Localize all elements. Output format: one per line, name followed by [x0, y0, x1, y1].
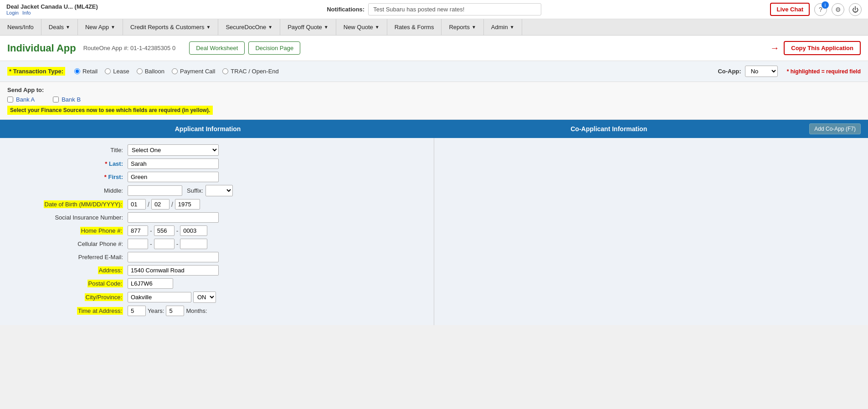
home-phone-row: Home Phone #: - - — [9, 225, 425, 236]
dob-label: Date of Birth (MM/DD/YYYY): — [9, 201, 128, 208]
page-header: Individual App RouteOne App #: 01-1-4238… — [0, 36, 868, 61]
nav-new-app[interactable]: New App ▼ — [78, 19, 123, 35]
bank-a-label: Bank A — [16, 96, 35, 103]
reports-dropdown-arrow: ▼ — [472, 25, 476, 30]
live-chat-button[interactable]: Live Chat — [770, 3, 810, 16]
months-label: Months: — [186, 307, 207, 314]
dob-sep1: / — [148, 201, 149, 208]
email-input[interactable] — [128, 252, 219, 262]
sin-input[interactable] — [128, 212, 219, 223]
sin-label: Social Insurance Number: — [9, 214, 128, 221]
postal-code-input[interactable] — [128, 278, 173, 289]
email-row: Preferred E-Mail: — [9, 252, 425, 262]
notifications-input[interactable] — [368, 3, 541, 15]
home-phone-1[interactable] — [128, 225, 148, 236]
top-bar-branding: Deal Jacket Canada U... (ML4ZE) Login In… — [6, 3, 98, 15]
transaction-trac[interactable]: TRAC / Open-End — [222, 68, 279, 75]
time-months-input[interactable] — [166, 306, 184, 316]
login-link[interactable]: Login — [6, 10, 19, 15]
address-input[interactable] — [128, 265, 219, 276]
nav-deals[interactable]: Deals ▼ — [41, 19, 78, 35]
first-name-row: * First: — [9, 172, 425, 182]
dob-sep2: / — [171, 201, 173, 208]
suffix-select[interactable]: Jr. Sr. II III — [205, 185, 233, 196]
cell-phone-sep2: - — [176, 240, 179, 248]
nav-admin[interactable]: Admin ▼ — [484, 19, 522, 35]
header-buttons: Deal Worksheet Decision Page — [189, 41, 300, 55]
time-at-address-row: Time at Address: Years: Months: — [9, 306, 425, 316]
top-bar-right: Live Chat ? i ⚙ ⏻ — [770, 3, 862, 16]
applicant-section-header: Applicant Information Co-Applicant Infor… — [0, 120, 868, 138]
transaction-type-label: * Transaction Type: — [7, 67, 65, 76]
cell-phone-3[interactable] — [180, 239, 207, 249]
copy-arrow-icon: → — [770, 43, 779, 53]
dob-month-input[interactable] — [128, 199, 146, 210]
send-app-options: Bank A Bank B — [7, 96, 861, 103]
cell-phone-1[interactable] — [128, 239, 148, 249]
app-title: Deal Jacket Canada U... (ML4ZE) — [6, 3, 98, 10]
transaction-retail[interactable]: Retail — [74, 68, 98, 75]
notifications-area: Notifications: — [98, 3, 770, 15]
bank-b-checkbox[interactable] — [53, 97, 59, 102]
title-select[interactable]: Select One Mr. Mrs. Ms. Dr. — [128, 144, 219, 156]
province-select[interactable]: ON AB BC MB NB NL NS NT NU PE QC SK YT — [193, 291, 216, 303]
nav-rates-forms[interactable]: Rates & Forms — [387, 19, 442, 35]
postal-code-label: Postal Code: — [9, 280, 128, 287]
new-quote-dropdown-arrow: ▼ — [375, 25, 380, 30]
suffix-label: Suffix: — [187, 187, 203, 194]
required-field-note: * highlighted = required field — [787, 68, 861, 75]
home-phone-group: - - — [128, 225, 207, 236]
co-app-area: Co-App: No Yes — [718, 66, 777, 77]
title-row: Title: Select One Mr. Mrs. Ms. Dr. — [9, 144, 425, 156]
last-name-input[interactable] — [128, 158, 219, 169]
home-phone-3[interactable] — [180, 225, 207, 236]
nav-reports[interactable]: Reports ▼ — [442, 19, 483, 35]
cell-phone-group: - - — [128, 239, 207, 249]
add-co-app-button[interactable]: Add Co-App (F7) — [809, 123, 861, 134]
last-name-row: * Last: — [9, 158, 425, 169]
sin-row: Social Insurance Number: — [9, 212, 425, 223]
city-input[interactable] — [128, 292, 191, 302]
co-app-select[interactable]: No Yes — [745, 66, 778, 77]
transaction-lease[interactable]: Lease — [105, 68, 129, 75]
dob-year-input[interactable] — [175, 199, 200, 210]
co-applicant-section-title: Co-Applicant Information — [570, 125, 647, 133]
co-applicant-column — [434, 138, 868, 325]
co-app-label: Co-App: — [718, 68, 741, 75]
info-link[interactable]: Info — [22, 10, 31, 15]
years-label: Years: — [148, 307, 164, 314]
nav-securedocone[interactable]: SecureDocOne ▼ — [218, 19, 280, 35]
first-name-input[interactable] — [128, 172, 219, 182]
page-title: Individual App — [7, 42, 76, 54]
transaction-payment-call[interactable]: Payment Call — [172, 68, 215, 75]
nav-new-quote[interactable]: New Quote ▼ — [336, 19, 387, 35]
deal-worksheet-button[interactable]: Deal Worksheet — [189, 41, 245, 55]
power-icon[interactable]: ⏻ — [849, 3, 862, 16]
cell-phone-label: Cellular Phone #: — [9, 240, 128, 247]
dob-day-input[interactable] — [151, 199, 169, 210]
address-row: Address: — [9, 265, 425, 276]
send-app-section: Send App to: Bank A Bank B Select your F… — [0, 82, 868, 120]
cell-phone-2[interactable] — [154, 239, 175, 249]
decision-page-button[interactable]: Decision Page — [248, 41, 300, 55]
home-phone-2[interactable] — [154, 225, 175, 236]
app-number: RouteOne App #: 01-1-42385305 0 — [83, 45, 175, 51]
bank-b-option[interactable]: Bank B — [53, 96, 81, 103]
settings-icon[interactable]: ⚙ — [832, 3, 844, 16]
bank-a-option[interactable]: Bank A — [7, 96, 35, 103]
title-label: Title: — [9, 147, 128, 153]
middle-input[interactable] — [128, 185, 182, 196]
time-years-input[interactable] — [128, 306, 146, 316]
send-app-title: Send App to: — [7, 87, 861, 93]
bank-a-checkbox[interactable] — [7, 97, 13, 102]
help-icon-wrap: ? i — [814, 3, 827, 16]
page-content: Individual App RouteOne App #: 01-1-4238… — [0, 36, 868, 325]
home-phone-sep1: - — [150, 227, 152, 235]
top-bar: Deal Jacket Canada U... (ML4ZE) Login In… — [0, 0, 868, 19]
nav-credit-reports[interactable]: Credit Reports & Customers ▼ — [123, 19, 218, 35]
transaction-balloon[interactable]: Balloon — [137, 68, 164, 75]
nav-payoff-quote[interactable]: Payoff Quote ▼ — [280, 19, 336, 35]
nav-news-info[interactable]: News/Info — [0, 19, 41, 35]
dob-row: Date of Birth (MM/DD/YYYY): / / — [9, 199, 425, 210]
copy-application-button[interactable]: Copy This Application — [784, 41, 861, 55]
